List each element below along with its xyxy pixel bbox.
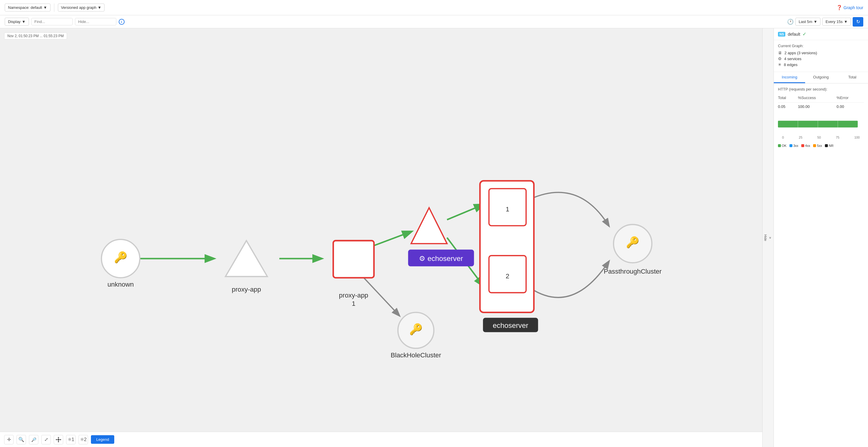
node1-label: 1 bbox=[506, 206, 509, 213]
layout-icon bbox=[56, 437, 61, 442]
current-graph-title: Current Graph: bbox=[778, 44, 864, 48]
stat-row-edges: ✳ 8 edges bbox=[778, 62, 864, 67]
side-panel-header: NS default ✓ bbox=[774, 28, 868, 40]
svg-point-12 bbox=[58, 437, 59, 438]
proxy-app1-label2: 1 bbox=[352, 300, 355, 307]
tab-total[interactable]: Total bbox=[837, 72, 868, 83]
info-icon[interactable]: i bbox=[119, 19, 125, 25]
second-toolbar: Display ▼ i 🕐 Last 5m ▼ Every 15s ▼ ↻ bbox=[0, 15, 868, 28]
layout1-btn[interactable]: ⚛1 bbox=[66, 435, 75, 444]
chevrons-left-icon: » bbox=[768, 237, 772, 239]
echoserver-name-label: echoserver bbox=[493, 321, 528, 329]
layout2-btn[interactable]: ⚛2 bbox=[79, 435, 88, 444]
legend-ok: OK bbox=[778, 144, 786, 147]
main-layout: Nov 2, 01:50:23 PM ... 01:55:23 PM bbox=[0, 28, 868, 447]
refresh-interval-dropdown[interactable]: Every 15s ▼ bbox=[822, 18, 851, 26]
svg-point-10 bbox=[56, 439, 57, 440]
legend-3xx: 3xx bbox=[789, 144, 798, 147]
time-range-dropdown[interactable]: Last 5m ▼ bbox=[795, 18, 820, 26]
namespace-dropdown[interactable]: Namespace: default ▼ bbox=[5, 4, 51, 11]
tab-outgoing[interactable]: Outgoing bbox=[805, 72, 836, 83]
refresh-icon: ↻ bbox=[856, 19, 860, 25]
col-success: %Success bbox=[798, 94, 837, 103]
4xx-dot bbox=[801, 144, 804, 147]
apps-icon: 🖥 bbox=[778, 50, 782, 55]
svg-point-9 bbox=[58, 439, 59, 441]
metrics-section: HTTP (requests per second): Total %Succe… bbox=[774, 83, 868, 114]
ok-dot bbox=[778, 144, 781, 147]
display-dropdown[interactable]: Display ▼ bbox=[5, 18, 29, 26]
stat-row-services: ⚙ 4 services bbox=[778, 56, 864, 61]
chevron-down-icon: ▼ bbox=[97, 5, 101, 10]
hide-input[interactable] bbox=[75, 18, 116, 25]
settings-icon: ⚙ bbox=[778, 56, 782, 61]
graph-type-dropdown[interactable]: Versioned app graph ▼ bbox=[58, 4, 105, 11]
stat-apps-label: 2 apps (3 versions) bbox=[784, 51, 817, 55]
ns-badge: NS bbox=[778, 32, 785, 37]
svg-point-13 bbox=[58, 441, 59, 442]
hide-panel-btn[interactable]: » Hide bbox=[762, 28, 774, 447]
proxy-app-label: proxy-app bbox=[232, 286, 261, 293]
svg-text:🔑: 🔑 bbox=[114, 251, 128, 264]
echoserver-triangle[interactable] bbox=[411, 208, 447, 244]
chevron-down-icon: ▼ bbox=[43, 5, 47, 10]
metrics-title: HTTP (requests per second): bbox=[778, 87, 864, 92]
bar-chart bbox=[778, 116, 864, 134]
refresh-button[interactable]: ↻ bbox=[852, 17, 863, 27]
cell-error: 0.00 bbox=[837, 103, 864, 111]
5xx-dot bbox=[813, 144, 816, 147]
top-toolbar: Namespace: default ▼ Versioned app graph… bbox=[0, 0, 868, 15]
zoom-out-btn[interactable]: 🔎 bbox=[29, 435, 38, 444]
share-icon: ✳ bbox=[778, 62, 781, 67]
chart-axis: 0 25 50 75 100 bbox=[778, 135, 864, 140]
stat-row-apps: 🖥 2 apps (3 versions) bbox=[778, 50, 864, 55]
col-error: %Error bbox=[837, 94, 864, 103]
echoserver-badge-label: ⚙ echoserver bbox=[419, 254, 463, 263]
help-circle-icon: ❓ bbox=[836, 5, 842, 10]
layout-btn[interactable] bbox=[54, 435, 63, 444]
graph-tour-link[interactable]: ❓ Graph tour bbox=[836, 5, 863, 10]
chevron-down-icon: ▼ bbox=[22, 20, 26, 24]
blackhole-label: BlackHoleCluster bbox=[391, 351, 441, 359]
stat-services-label: 4 services bbox=[784, 57, 802, 61]
traffic-tabs: Incoming Outgoing Total bbox=[774, 72, 868, 83]
toolbar-divider bbox=[54, 4, 54, 12]
side-panel-container: » Hide NS default ✓ Current Graph: 🖥 2 a… bbox=[762, 28, 868, 447]
proxy-app-node[interactable] bbox=[225, 241, 268, 277]
unknown-label: unknown bbox=[107, 281, 134, 288]
col-total: Total bbox=[778, 94, 798, 103]
legend-4xx: 4xx bbox=[801, 144, 810, 147]
3xx-dot bbox=[789, 144, 793, 147]
graph-svg: 🔑 unknown proxy-app proxy-app 1 ⚙ echose… bbox=[0, 28, 762, 447]
history-icon: 🕐 bbox=[787, 19, 794, 25]
node2-label: 2 bbox=[506, 272, 509, 280]
time-controls: 🕐 Last 5m ▼ Every 15s ▼ ↻ bbox=[787, 17, 863, 27]
svg-point-11 bbox=[60, 439, 61, 440]
bar-chart-container: 0 25 50 75 100 bbox=[774, 114, 868, 142]
svg-text:🔑: 🔑 bbox=[626, 236, 640, 249]
check-icon: ✓ bbox=[802, 31, 806, 37]
graph-area: Nov 2, 01:50:23 PM ... 01:55:23 PM bbox=[0, 28, 762, 447]
chevron-down-icon: ▼ bbox=[813, 20, 817, 24]
cell-success: 100.00 bbox=[798, 103, 837, 111]
ns-name: default bbox=[788, 32, 800, 37]
legend-5xx: 5xx bbox=[813, 144, 822, 147]
passthrough-label: PassthroughCluster bbox=[604, 268, 662, 275]
cell-total: 0.05 bbox=[778, 103, 798, 111]
svg-line-3 bbox=[447, 205, 483, 220]
fit-btn[interactable]: ⤢ bbox=[41, 435, 51, 444]
proxy-app1-node[interactable] bbox=[333, 241, 374, 278]
side-panel: NS default ✓ Current Graph: 🖥 2 apps (3 … bbox=[774, 28, 868, 447]
tab-incoming[interactable]: Incoming bbox=[774, 72, 805, 83]
zoom-in-btn[interactable]: 🔍 bbox=[17, 435, 26, 444]
move-tool-btn[interactable]: ✛ bbox=[4, 435, 13, 444]
metrics-row: 0.05 100.00 0.00 bbox=[778, 103, 864, 111]
legend-button[interactable]: Legend bbox=[91, 435, 114, 444]
metrics-table: Total %Success %Error 0.05 100.00 0.00 bbox=[778, 94, 864, 110]
legend-nr: NR bbox=[825, 144, 833, 147]
find-input[interactable] bbox=[31, 18, 73, 25]
graph-bottom-bar: ✛ 🔍 🔎 ⤢ ⚛1 ⚛2 Legend bbox=[0, 432, 762, 447]
svg-text:🔑: 🔑 bbox=[409, 323, 423, 336]
current-graph-section: Current Graph: 🖥 2 apps (3 versions) ⚙ 4… bbox=[774, 40, 868, 72]
stat-edges-label: 8 edges bbox=[784, 63, 798, 67]
